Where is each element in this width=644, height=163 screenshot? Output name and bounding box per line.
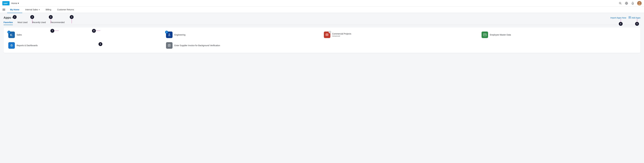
home-nav-label: Home — [11, 2, 17, 4]
apps-tabs-row: Favorites Most Used Recently Used Recomm… — [4, 20, 640, 25]
annotation-5: 5 — [635, 22, 639, 26]
svg-point-5 — [626, 3, 627, 4]
sap-logo[interactable]: SAP — [2, 1, 10, 5]
hamburger-menu[interactable] — [1, 7, 6, 12]
annotation-6: 6 — [619, 22, 623, 26]
home-nav-chevron: ▾ — [18, 2, 19, 4]
nav-tab-my-home[interactable]: My Home — [7, 6, 22, 13]
apps-grid: S 5 Sales — [8, 31, 636, 49]
app-info-commercial-projects: Commercial Projects Advanced — [332, 32, 351, 37]
annotation-8: 8 — [92, 29, 96, 33]
tab-recommended[interactable]: Recommended — [50, 20, 64, 25]
notifications-icon[interactable] — [631, 1, 634, 5]
nav-bar: My Home Internal Sales ▾ Billing Custome… — [0, 6, 644, 13]
app-item-sales[interactable]: S 5 Sales — [8, 31, 163, 39]
svg-line-3 — [621, 3, 622, 4]
annotation-7: 7 — [50, 29, 54, 33]
app-icon-sales: S 5 — [8, 31, 15, 38]
svg-point-48 — [12, 45, 12, 46]
avatar-image — [637, 1, 642, 5]
add-apps-label: Add Apps — [632, 16, 640, 19]
svg-rect-26 — [11, 34, 12, 35]
app-item-engineering[interactable]: 5 Engineering — [166, 31, 321, 39]
nav-tab-customer-returns[interactable]: Customer Returns — [54, 6, 77, 13]
app-icon-reports-dashboards — [8, 42, 15, 49]
nav-tabs: My Home Internal Sales ▾ Billing Custome… — [7, 6, 77, 13]
apps-section-title: Apps — [4, 16, 11, 19]
app-icon-enter-supplier-invoice — [166, 42, 172, 49]
app-icon-engineering: 5 — [166, 31, 172, 38]
svg-text:SAP: SAP — [4, 2, 8, 4]
top-header: SAP Home ▾ — [0, 0, 644, 6]
svg-rect-50 — [167, 43, 171, 47]
contacts-icon[interactable] — [625, 1, 628, 5]
svg-rect-17 — [629, 16, 630, 17]
app-item-commercial-projects[interactable]: ⚠ Commercial Projects Advanced — [323, 31, 478, 39]
app-info-reports-dashboards: Reports & Dashboards — [16, 44, 38, 47]
tab-most-used[interactable]: Most Used — [18, 20, 28, 25]
ann-line-3 — [51, 19, 51, 23]
svg-rect-18 — [630, 16, 631, 17]
user-avatar[interactable] — [637, 1, 642, 5]
annotation-1: 1 — [13, 15, 16, 19]
svg-rect-24 — [10, 36, 13, 36]
apps-card: 7 8 9 S — [4, 27, 640, 53]
header-left: SAP Home ▾ — [2, 1, 19, 5]
svg-point-12 — [639, 2, 640, 3]
app-info-engineering: Engineering — [174, 33, 186, 36]
tab-favorites[interactable]: Favorites — [4, 20, 13, 25]
nav-tab-billing[interactable]: Billing — [43, 6, 54, 13]
search-icon[interactable] — [618, 1, 622, 5]
svg-rect-27 — [11, 35, 12, 35]
add-apps-icon — [628, 16, 631, 19]
app-item-enter-supplier-invoice[interactable]: Enter Supplier Invoice for Background Ve… — [166, 42, 321, 49]
apps-section: 1 2 3 4 5 6 Apps ▾ Import Ap — [4, 16, 640, 53]
apps-title: Apps ▾ — [4, 16, 13, 19]
nav-tab-internal-sales[interactable]: Internal Sales ▾ — [22, 6, 43, 13]
svg-rect-19 — [629, 18, 630, 18]
home-nav[interactable]: Home ▾ — [11, 2, 19, 4]
annotation-9: 9 — [98, 42, 102, 46]
app-icon-commercial-projects: ⚠ — [324, 31, 330, 38]
apps-actions: Import Apps Now Add Apps — [610, 16, 640, 19]
warning-badge-commercial: ⚠ — [328, 31, 331, 33]
annotation-3: 3 — [49, 15, 53, 19]
add-apps-button[interactable]: Add Apps — [628, 16, 640, 19]
svg-rect-25 — [11, 34, 12, 34]
svg-point-30 — [169, 34, 170, 34]
sales-badge: 5 — [8, 31, 10, 34]
main-content: 1 2 3 4 5 6 Apps ▾ Import Ap — [0, 13, 644, 56]
app-info-employee-master-data: Employee Master Data — [490, 33, 511, 36]
apps-header: Apps ▾ Import Apps Now — [4, 16, 640, 19]
annotation-4: 4 — [70, 15, 74, 19]
app-item-reports-dashboards[interactable]: Reports & Dashboards — [8, 42, 163, 49]
tab-recently-used[interactable]: Recently Used — [32, 20, 46, 25]
svg-rect-37 — [326, 33, 328, 35]
app-info-enter-supplier-invoice: Enter Supplier Invoice for Background Ve… — [174, 44, 220, 47]
import-apps-button[interactable]: Import Apps Now — [610, 16, 626, 19]
app-icon-employee-master-data — [482, 31, 488, 38]
app-item-employee-master-data[interactable]: Employee Master Data — [481, 31, 636, 39]
internal-sales-chevron: ▾ — [39, 9, 40, 11]
app-info-sales: Sales — [16, 33, 22, 36]
annotation-2: 2 — [30, 15, 34, 19]
header-right — [618, 1, 642, 5]
svg-rect-55 — [169, 44, 170, 45]
